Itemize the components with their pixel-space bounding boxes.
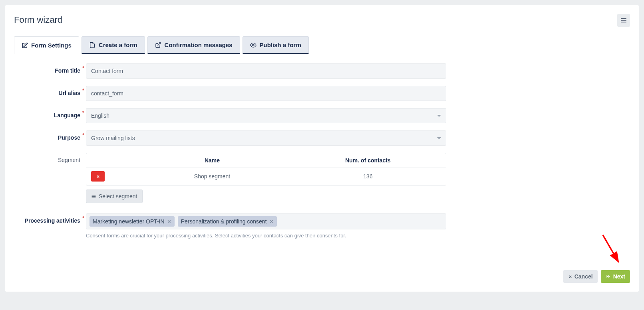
url-alias-input[interactable] bbox=[86, 86, 446, 101]
required-indicator: * bbox=[82, 215, 84, 221]
tab-label: Publish a form bbox=[260, 41, 301, 48]
tab-form-settings[interactable]: Form Settings bbox=[14, 36, 79, 54]
next-button[interactable]: Next bbox=[601, 270, 630, 283]
wizard-tabs: Form Settings Create a form Confirmation… bbox=[14, 36, 630, 55]
label-processing: Processing activities* bbox=[14, 213, 86, 224]
row-form-title: Form title* bbox=[14, 63, 446, 79]
cancel-button[interactable]: Cancel bbox=[563, 270, 598, 283]
form-wizard-panel: Form wizard Form Settings Create a form … bbox=[5, 5, 639, 292]
required-indicator: * bbox=[82, 65, 84, 71]
forward-icon bbox=[606, 274, 611, 279]
form-title-input[interactable] bbox=[86, 63, 446, 79]
chevron-down-icon bbox=[437, 137, 441, 139]
processing-activities-input[interactable]: Marketing newsletter OPT-IN ✕ Personaliz… bbox=[86, 213, 446, 229]
annotation-arrow bbox=[600, 232, 624, 268]
document-icon bbox=[89, 42, 95, 48]
close-icon bbox=[568, 274, 572, 279]
row-url-alias: Url alias* bbox=[14, 86, 446, 101]
chevron-down-icon bbox=[437, 115, 441, 117]
purpose-select[interactable]: Grow mailing lists bbox=[86, 130, 446, 146]
required-indicator: * bbox=[82, 132, 84, 138]
svg-point-4 bbox=[252, 44, 254, 46]
row-segment: Segment Name Num. of contacts bbox=[14, 153, 446, 203]
svg-marker-12 bbox=[606, 274, 608, 277]
processing-help-text: Consent forms are crucial for your proce… bbox=[86, 233, 446, 239]
svg-line-3 bbox=[157, 43, 160, 45]
external-icon bbox=[155, 42, 161, 48]
page-title: Form wizard bbox=[14, 15, 630, 25]
select-segment-button[interactable]: Select segment bbox=[86, 190, 143, 203]
label-form-title: Form title* bbox=[14, 63, 86, 74]
segment-contacts: 136 bbox=[290, 168, 446, 185]
label-language: Language* bbox=[14, 108, 86, 118]
col-contacts: Num. of contacts bbox=[290, 153, 446, 168]
form-settings-area: Form title* Url alias* Language* English bbox=[14, 63, 446, 239]
tag-marketing-newsletter: Marketing newsletter OPT-IN ✕ bbox=[89, 216, 175, 227]
label-url-alias: Url alias* bbox=[14, 86, 86, 96]
segment-table: Name Num. of contacts Shop segment 136 bbox=[86, 153, 446, 186]
language-select[interactable]: English bbox=[86, 108, 446, 123]
menu-button[interactable] bbox=[617, 14, 630, 27]
label-purpose: Purpose* bbox=[14, 130, 86, 141]
tag-personalization-profiling: Personalization & profiling consent ✕ bbox=[178, 216, 277, 227]
edit-icon bbox=[22, 42, 28, 49]
segment-name: Shop segment bbox=[134, 168, 290, 185]
row-purpose: Purpose* Grow mailing lists bbox=[14, 130, 446, 146]
row-processing-activities: Processing activities* Marketing newslet… bbox=[14, 213, 446, 239]
purpose-selected-value: Grow mailing lists bbox=[91, 135, 135, 141]
required-indicator: * bbox=[82, 87, 84, 93]
tab-publish-form[interactable]: Publish a form bbox=[242, 36, 309, 54]
delete-segment-button[interactable] bbox=[91, 171, 105, 182]
list-icon bbox=[91, 194, 96, 199]
segment-table-header: Name Num. of contacts bbox=[86, 153, 446, 168]
remove-tag-button[interactable]: ✕ bbox=[167, 219, 171, 225]
tab-label: Confirmation messages bbox=[165, 41, 233, 48]
eye-icon bbox=[250, 42, 256, 48]
tab-confirmation-messages[interactable]: Confirmation messages bbox=[147, 36, 240, 54]
tab-label: Create a form bbox=[99, 41, 137, 48]
language-selected-value: English bbox=[91, 113, 109, 119]
remove-tag-button[interactable]: ✕ bbox=[269, 219, 274, 225]
menu-icon bbox=[620, 17, 627, 24]
footer-actions: Cancel Next bbox=[563, 270, 630, 283]
col-name: Name bbox=[134, 153, 290, 168]
tab-label: Form Settings bbox=[31, 42, 72, 49]
svg-line-15 bbox=[603, 235, 618, 261]
tag-label: Personalization & profiling consent bbox=[181, 218, 267, 225]
row-language: Language* English bbox=[14, 108, 446, 123]
label-segment: Segment bbox=[14, 153, 86, 163]
required-indicator: * bbox=[82, 110, 84, 116]
svg-marker-13 bbox=[608, 274, 610, 277]
close-icon bbox=[96, 174, 100, 179]
tag-label: Marketing newsletter OPT-IN bbox=[93, 218, 165, 225]
table-row: Shop segment 136 bbox=[86, 168, 446, 185]
tab-create-form[interactable]: Create a form bbox=[81, 36, 145, 54]
